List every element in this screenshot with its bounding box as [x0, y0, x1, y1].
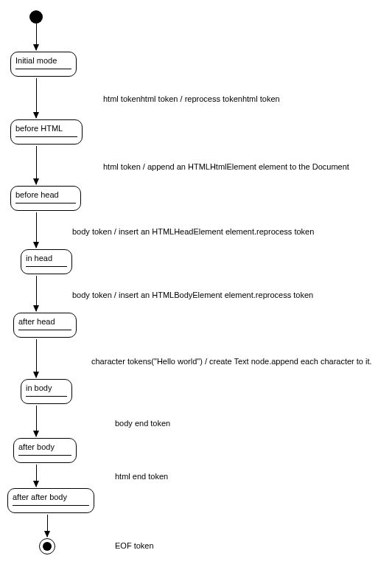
transition-arrow — [36, 276, 37, 311]
transition-arrow — [36, 465, 37, 487]
state-label: Initial mode — [15, 55, 71, 67]
transition-label: body token / insert an HTMLHeadElement e… — [72, 227, 314, 237]
transition-arrow — [36, 78, 37, 118]
state-label: in head — [26, 253, 67, 265]
transition-label: html token / append an HTMLHtmlElement e… — [103, 162, 349, 172]
state-label: before head — [15, 189, 76, 201]
transition-arrow — [36, 339, 37, 378]
transition-label: body end token — [115, 419, 170, 428]
final-node — [39, 538, 55, 554]
state-label: after after body — [13, 492, 89, 504]
state-initial-mode: Initial mode — [10, 52, 77, 77]
transition-arrow — [36, 212, 37, 248]
state-before-head: before head — [10, 186, 81, 211]
state-diagram: Initial mode html tokenhtml token / repr… — [0, 0, 392, 567]
transition-label: html end token — [115, 472, 168, 481]
transition-label: body token / insert an HTMLBodyElement e… — [72, 291, 313, 300]
state-label: after head — [18, 316, 71, 328]
state-label: before HTML — [15, 123, 77, 135]
state-label: in body — [26, 383, 67, 394]
state-in-body: in body — [21, 379, 72, 404]
transition-arrow — [36, 24, 37, 50]
state-in-head: in head — [21, 249, 72, 274]
state-label: after body — [18, 442, 71, 453]
transition-label: html tokenhtml token / reprocess tokenht… — [103, 94, 280, 104]
state-after-head: after head — [13, 313, 77, 338]
state-after-after-body: after after body — [7, 488, 94, 513]
transition-label: EOF token — [115, 541, 154, 551]
state-before-html: before HTML — [10, 119, 83, 145]
transition-arrow — [47, 515, 48, 537]
initial-node — [29, 10, 43, 24]
transition-arrow — [36, 406, 37, 436]
state-after-body: after body — [13, 438, 77, 463]
transition-arrow — [36, 146, 37, 184]
transition-label: character tokens("Hello world") / create… — [91, 357, 372, 366]
